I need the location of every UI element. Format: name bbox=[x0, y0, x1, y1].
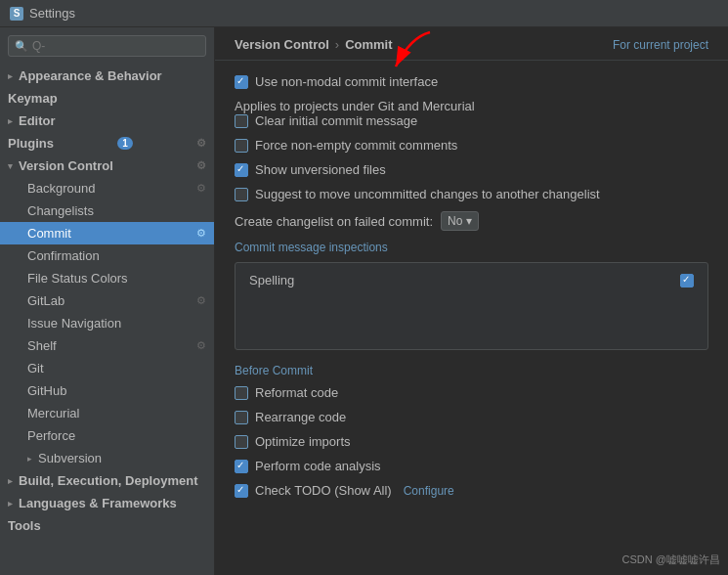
inspection-label-spelling: Spelling bbox=[249, 273, 294, 288]
content-area: Version Control › Commit For current pro… bbox=[215, 27, 728, 575]
chevron-icon: ▸ bbox=[8, 71, 13, 81]
checkbox-perform-analysis[interactable] bbox=[235, 460, 248, 473]
sidebar-item-gitlab[interactable]: GitLab ⚙ bbox=[0, 289, 214, 312]
setting-label-suggest-move[interactable]: Suggest to move uncommitted changes to a… bbox=[235, 187, 600, 201]
sidebar-item-version-control[interactable]: ▾ Version Control ⚙ bbox=[0, 155, 214, 177]
settings-icon: ⚙ bbox=[196, 137, 206, 150]
sidebar-item-confirmation[interactable]: Confirmation bbox=[0, 244, 214, 267]
chevron-icon: ▸ bbox=[8, 499, 13, 509]
changelist-label: Create changelist on failed commit: bbox=[235, 214, 433, 229]
checkbox-clear-initial[interactable] bbox=[235, 114, 248, 128]
sidebar-item-editor[interactable]: ▸ Editor bbox=[0, 110, 214, 132]
setting-row-non-modal: Use non-modal commit interface bbox=[235, 74, 708, 89]
changelist-dropdown[interactable]: No ▾ bbox=[441, 211, 479, 231]
setting-row-clear-initial: Clear initial commit message bbox=[235, 113, 708, 128]
search-box[interactable]: 🔍 bbox=[8, 35, 206, 57]
checkbox-reformat[interactable] bbox=[235, 386, 248, 400]
checkbox-spelling[interactable] bbox=[680, 274, 694, 288]
content-header: Version Control › Commit For current pro… bbox=[215, 27, 728, 61]
settings-icon: ⚙ bbox=[196, 339, 206, 352]
dropdown-chevron-icon: ▾ bbox=[466, 214, 472, 228]
setting-row-rearrange: Rearrange code bbox=[235, 410, 708, 424]
title-bar-label: Settings bbox=[29, 6, 75, 21]
for-current-project-link[interactable]: For current project bbox=[613, 38, 708, 52]
sidebar-item-keymap[interactable]: Keymap bbox=[0, 87, 214, 110]
plugins-badge: 1 bbox=[117, 137, 133, 150]
settings-icon: ⚙ bbox=[196, 294, 206, 307]
changelist-row: Create changelist on failed commit: No ▾ bbox=[235, 211, 708, 231]
setting-row-show-unversioned: Show unversioned files bbox=[235, 162, 708, 177]
sidebar-item-git[interactable]: Git bbox=[0, 357, 214, 379]
breadcrumb-parent: Version Control bbox=[235, 37, 329, 52]
chevron-icon: ▸ bbox=[8, 116, 13, 126]
inspection-box: Spelling bbox=[235, 262, 708, 350]
changelist-value: No bbox=[448, 214, 462, 228]
sidebar-item-build[interactable]: ▸ Build, Execution, Deployment bbox=[0, 469, 214, 492]
app-icon: S bbox=[10, 7, 23, 21]
sidebar-item-shelf[interactable]: Shelf ⚙ bbox=[0, 334, 214, 357]
content-body: Use non-modal commit interface Applies t… bbox=[215, 61, 728, 521]
breadcrumb: Version Control › Commit bbox=[235, 37, 393, 52]
setting-label-reformat[interactable]: Reformat code bbox=[235, 385, 338, 400]
setting-label-rearrange[interactable]: Rearrange code bbox=[235, 410, 346, 424]
sidebar-item-commit[interactable]: Commit ⚙ bbox=[0, 222, 214, 244]
settings-icon: ⚙ bbox=[196, 182, 206, 195]
setting-label-show-unversioned[interactable]: Show unversioned files bbox=[235, 162, 386, 177]
setting-row-perform-analysis: Perform code analysis bbox=[235, 459, 708, 473]
sidebar-item-perforce[interactable]: Perforce bbox=[0, 424, 214, 447]
commit-message-section-title: Commit message inspections bbox=[235, 241, 708, 254]
checkbox-rearrange[interactable] bbox=[235, 411, 248, 424]
sidebar-item-languages[interactable]: ▸ Languages & Frameworks bbox=[0, 492, 214, 514]
sidebar-item-background[interactable]: Background ⚙ bbox=[0, 177, 214, 199]
setting-row-optimize: Optimize imports bbox=[235, 434, 708, 449]
breadcrumb-separator: › bbox=[335, 37, 339, 52]
setting-row-check-todo: Check TODO (Show All) Configure bbox=[235, 483, 708, 498]
settings-icon: ⚙ bbox=[196, 159, 206, 172]
main-container: 🔍 ▸ Appearance & Behavior Keymap ▸ Edito… bbox=[0, 27, 728, 575]
checkbox-suggest-move[interactable] bbox=[235, 188, 248, 201]
sidebar-item-plugins[interactable]: Plugins 1 ⚙ bbox=[0, 132, 214, 155]
checkbox-check-todo[interactable] bbox=[235, 484, 248, 498]
search-input[interactable] bbox=[32, 39, 199, 53]
non-modal-hint: Applies to projects under Git and Mercur… bbox=[235, 99, 708, 113]
chevron-icon: ▸ bbox=[8, 476, 13, 486]
checkbox-show-unversioned[interactable] bbox=[235, 163, 248, 177]
sidebar-item-issue-navigation[interactable]: Issue Navigation bbox=[0, 312, 214, 334]
chevron-icon: ▾ bbox=[8, 161, 13, 171]
setting-label-check-todo[interactable]: Check TODO (Show All) bbox=[235, 483, 392, 498]
setting-label-force-non-empty[interactable]: Force non-empty commit comments bbox=[235, 138, 457, 153]
chevron-icon: ▸ bbox=[27, 454, 32, 464]
sidebar-item-changelists[interactable]: Changelists bbox=[0, 199, 214, 222]
sidebar-item-appearance[interactable]: ▸ Appearance & Behavior bbox=[0, 65, 214, 87]
sidebar: 🔍 ▸ Appearance & Behavior Keymap ▸ Edito… bbox=[0, 27, 215, 575]
inspection-item-spelling: Spelling bbox=[236, 263, 707, 297]
setting-row-suggest-move: Suggest to move uncommitted changes to a… bbox=[235, 187, 708, 201]
setting-row-reformat: Reformat code bbox=[235, 385, 708, 400]
setting-label-optimize[interactable]: Optimize imports bbox=[235, 434, 351, 449]
setting-label-perform-analysis[interactable]: Perform code analysis bbox=[235, 459, 381, 473]
setting-label-non-modal[interactable]: Use non-modal commit interface bbox=[235, 74, 438, 89]
checkbox-non-modal[interactable] bbox=[235, 75, 248, 89]
sidebar-item-mercurial[interactable]: Mercurial bbox=[0, 402, 214, 424]
sidebar-item-subversion[interactable]: ▸ Subversion bbox=[0, 447, 214, 469]
setting-row-force-non-empty: Force non-empty commit comments bbox=[235, 138, 708, 153]
before-commit-section-title: Before Commit bbox=[235, 364, 708, 377]
settings-icon: ⚙ bbox=[196, 227, 206, 240]
setting-non-modal: Use non-modal commit interface Applies t… bbox=[235, 74, 708, 113]
sidebar-item-file-status-colors[interactable]: File Status Colors bbox=[0, 267, 214, 289]
sidebar-item-github[interactable]: GitHub bbox=[0, 379, 214, 402]
checkbox-optimize[interactable] bbox=[235, 435, 248, 449]
breadcrumb-current: Commit bbox=[345, 37, 392, 52]
search-icon: 🔍 bbox=[15, 40, 28, 53]
setting-label-clear-initial[interactable]: Clear initial commit message bbox=[235, 113, 417, 128]
checkbox-force-non-empty[interactable] bbox=[235, 139, 248, 153]
sidebar-item-tools[interactable]: Tools bbox=[0, 514, 214, 537]
title-bar: S Settings bbox=[0, 0, 728, 27]
configure-link[interactable]: Configure bbox=[404, 484, 454, 498]
